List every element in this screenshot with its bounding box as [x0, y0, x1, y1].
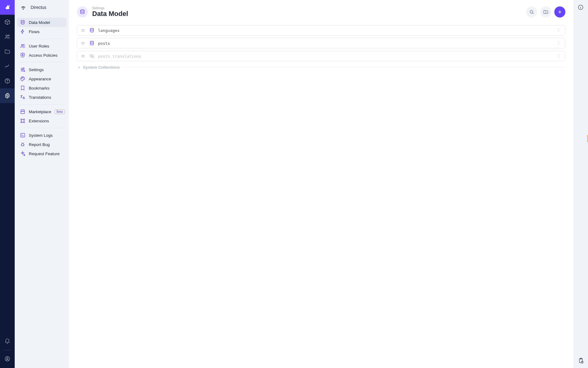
svg-point-29 — [90, 41, 94, 42]
files-module[interactable] — [0, 44, 15, 59]
collection-row[interactable]: posts_translations — [77, 51, 565, 61]
database-icon — [80, 9, 85, 15]
project-name: Directus — [31, 5, 46, 10]
badge: Beta — [55, 109, 65, 114]
svg-point-8 — [21, 44, 23, 46]
svg-point-20 — [24, 122, 25, 123]
create-folder-button[interactable] — [540, 6, 551, 17]
nav-item-label: Extensions — [29, 119, 49, 123]
info-button[interactable] — [577, 4, 584, 11]
settings-module[interactable] — [0, 88, 15, 103]
svg-point-17 — [21, 119, 22, 120]
breadcrumb[interactable]: Settings — [92, 6, 128, 10]
nav-item-label: Data Model — [29, 20, 50, 25]
svg-point-35 — [558, 57, 559, 57]
account-button[interactable] — [0, 351, 15, 366]
collection-name: posts — [98, 41, 110, 46]
row-menu-button[interactable] — [555, 52, 562, 60]
svg-point-34 — [558, 56, 559, 56]
storefront-icon — [20, 109, 26, 115]
create-collection-button[interactable] — [554, 6, 565, 17]
nav-item-label: Appearance — [29, 77, 51, 81]
help-icon — [4, 78, 10, 84]
nav-item-settings[interactable]: Settings — [17, 65, 66, 74]
nav-divider — [19, 104, 65, 105]
nav-item-user-roles[interactable]: User Roles — [17, 41, 66, 51]
palette-icon — [20, 76, 26, 82]
content-module[interactable] — [0, 15, 15, 29]
collection-row[interactable]: languages — [77, 25, 565, 36]
chevron-right-icon — [77, 65, 81, 70]
drag-handle-icon[interactable] — [80, 40, 86, 46]
nav-item-label: Settings — [29, 67, 44, 72]
nav-item-marketplace[interactable]: MarketplaceBeta — [17, 107, 66, 116]
nav-divider — [19, 128, 65, 128]
svg-point-32 — [558, 44, 559, 44]
translate-icon — [20, 94, 26, 100]
nav-divider — [19, 62, 65, 63]
search-button[interactable] — [526, 6, 537, 17]
database-icon — [20, 19, 26, 25]
svg-point-18 — [24, 119, 25, 120]
nav-item-report-bug[interactable]: Report Bug — [17, 140, 66, 149]
rail-divider — [4, 350, 11, 350]
drag-handle-icon[interactable] — [80, 53, 86, 59]
svg-point-22 — [21, 144, 24, 146]
page-header: Settings Data Model — [77, 6, 565, 18]
page-title: Data Model — [92, 10, 128, 18]
terminal-icon — [20, 132, 26, 138]
nav-item-system-logs[interactable]: System Logs — [17, 131, 66, 140]
project-header[interactable]: Directus — [15, 0, 69, 15]
database-icon — [89, 27, 95, 33]
svg-point-30 — [558, 41, 559, 42]
collection-row[interactable]: posts — [77, 38, 565, 48]
insights-module[interactable] — [0, 59, 15, 74]
svg-point-25 — [90, 28, 94, 29]
drag-handle-icon[interactable] — [80, 28, 86, 33]
collections-list: languagespostsposts_translations — [77, 25, 565, 61]
wifi-icon — [20, 4, 27, 11]
nav-item-label: Request Feature — [29, 151, 60, 156]
extensions-icon — [20, 118, 26, 124]
nav-item-flows[interactable]: Flows — [17, 27, 66, 36]
nav-item-data-model[interactable]: Data Model — [17, 18, 66, 27]
clipboard-time-icon — [578, 358, 584, 364]
row-menu-button[interactable] — [555, 27, 562, 34]
svg-point-11 — [23, 68, 24, 69]
system-collections-toggle[interactable]: System Collections — [77, 65, 565, 70]
new-folder-icon — [543, 9, 548, 15]
plus-icon — [557, 9, 563, 15]
page-icon-badge — [77, 6, 88, 17]
nav-item-bookmarks[interactable]: Bookmarks — [17, 83, 66, 93]
chart-icon — [4, 63, 10, 69]
shield-lock-icon — [20, 52, 26, 58]
svg-rect-21 — [21, 133, 25, 137]
svg-point-15 — [22, 78, 23, 78]
notifications-button[interactable] — [0, 334, 15, 349]
nav-item-appearance[interactable]: Appearance — [17, 74, 66, 83]
info-icon — [578, 4, 584, 10]
nav-item-label: Access Policies — [29, 53, 58, 58]
row-menu-button[interactable] — [555, 40, 562, 47]
nav-list: Data ModelFlowsUser RolesAccess Policies… — [15, 15, 69, 161]
bookmark-icon — [20, 85, 26, 91]
nav-item-request-feature[interactable]: Request Feature — [17, 149, 66, 158]
database-icon — [89, 40, 95, 46]
search-icon — [529, 9, 534, 15]
nav-item-extensions[interactable]: Extensions — [17, 116, 66, 125]
nav-item-label: Flows — [29, 29, 40, 34]
main-content: Settings Data Model languagespostsposts_… — [69, 0, 573, 368]
collection-name: posts_translations — [98, 54, 141, 59]
logo[interactable] — [0, 0, 15, 15]
clipboard-button[interactable] — [577, 357, 584, 364]
nav-item-translations[interactable]: Translations — [17, 93, 66, 102]
svg-point-7 — [21, 20, 24, 21]
svg-point-12 — [22, 69, 23, 70]
nav-item-label: Marketplace — [29, 109, 51, 114]
docs-module[interactable] — [0, 74, 15, 88]
svg-point-4 — [7, 95, 8, 97]
svg-point-23 — [81, 10, 84, 11]
nav-item-access-policies[interactable]: Access Policies — [17, 51, 66, 60]
bolt-icon — [20, 29, 26, 35]
users-module[interactable] — [0, 29, 15, 44]
